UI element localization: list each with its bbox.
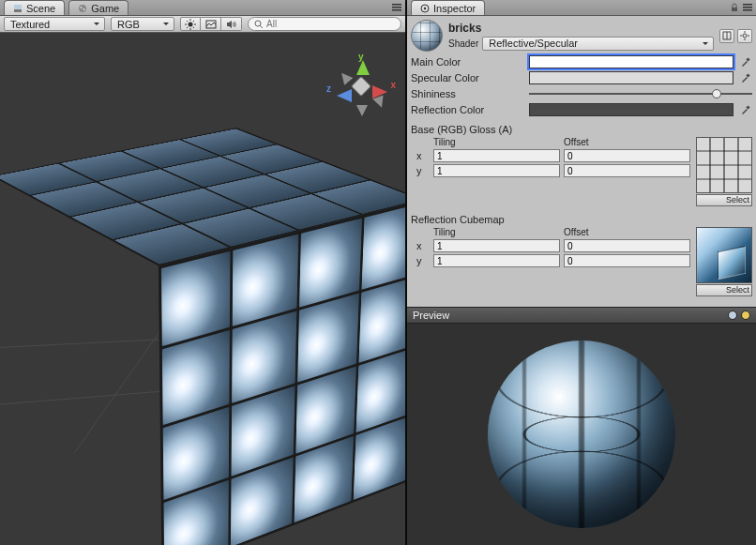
base-tex-title: Base (RGB) Gloss (A)	[411, 124, 752, 135]
scene-tab-menu[interactable]	[392, 0, 401, 15]
shader-value: Reflective/Specular	[489, 38, 578, 49]
cubemap-tiling-y[interactable]	[433, 254, 560, 267]
base-tiling-x[interactable]	[433, 149, 560, 162]
svg-marker-18	[227, 21, 232, 28]
cubemap-y-label: y	[416, 255, 430, 266]
skybox-toggle[interactable]	[201, 17, 221, 31]
svg-rect-42	[746, 105, 749, 109]
svg-point-35	[743, 34, 747, 38]
gizmo-label-x: x	[390, 80, 396, 90]
svg-rect-6	[392, 7, 401, 8]
scene-viewport[interactable]: y x z	[0, 33, 405, 545]
base-tiling-header: Tiling	[433, 137, 560, 147]
material-preview-icon	[411, 20, 443, 52]
svg-rect-41	[746, 73, 749, 77]
preview-warm-dot[interactable]	[741, 310, 750, 320]
cubemap-select[interactable]: Select	[696, 284, 752, 296]
svg-rect-30	[743, 4, 752, 6]
base-tex-select[interactable]: Select	[696, 194, 752, 206]
orientation-gizmo[interactable]: y x z	[328, 53, 394, 119]
gear-icon	[740, 31, 749, 40]
audio-icon	[226, 19, 237, 30]
gizmo-cone-gray[interactable]	[334, 65, 354, 85]
cubemap-section: Tiling Offset x y Select	[411, 227, 752, 296]
specular-color-eyedropper[interactable]	[739, 71, 752, 84]
base-offset-header: Offset	[564, 137, 690, 147]
render-mode-dropdown[interactable]: Textured	[4, 17, 105, 31]
shininess-slider[interactable]	[529, 87, 752, 100]
image-icon	[205, 19, 217, 30]
svg-line-14	[193, 26, 194, 27]
svg-point-19	[255, 21, 261, 26]
svg-line-20	[260, 25, 263, 28]
cubemap-thumbnail[interactable]	[696, 227, 752, 283]
svg-rect-29	[732, 8, 737, 11]
gizmo-center[interactable]	[351, 76, 372, 98]
svg-rect-1	[14, 5, 22, 9]
color-mode-dropdown[interactable]: RGB	[111, 17, 174, 31]
lock-toggle[interactable]	[730, 3, 739, 12]
preview-header: Preview	[407, 307, 756, 324]
specular-color-prop: Specular Color	[411, 71, 752, 84]
audio-toggle[interactable]	[221, 17, 242, 31]
svg-line-15	[187, 26, 188, 27]
inspector-tabbar: Inspector	[407, 0, 756, 16]
scene-pane: Scene Game Textured RGB	[0, 0, 407, 545]
preview-light-dot[interactable]	[728, 310, 737, 320]
reflection-color-eyedropper[interactable]	[739, 103, 752, 116]
base-offset-x[interactable]	[564, 149, 690, 162]
svg-point-4	[83, 8, 85, 10]
svg-line-16	[193, 21, 194, 22]
lock-icon	[730, 3, 739, 12]
svg-rect-5	[392, 4, 401, 6]
svg-line-13	[187, 21, 188, 22]
render-mode-value: Textured	[10, 19, 50, 30]
specular-color-label: Specular Color	[411, 72, 523, 83]
tab-game[interactable]: Game	[68, 0, 129, 15]
scene-toolbar: Textured RGB	[0, 16, 405, 33]
svg-point-2	[79, 5, 86, 12]
inspector-body: bricks Shader Reflective/Specular Main C…	[407, 16, 756, 307]
cubemap-offset-x[interactable]	[564, 239, 690, 252]
shader-label: Shader	[448, 38, 478, 49]
lighting-toggle[interactable]	[180, 17, 201, 31]
shininess-prop: Shininess	[411, 87, 752, 100]
svg-rect-40	[746, 57, 749, 61]
inspector-icon	[420, 4, 430, 13]
tab-scene[interactable]: Scene	[4, 0, 65, 15]
reflection-color-swatch[interactable]	[529, 103, 733, 116]
scene-cube[interactable]	[53, 180, 353, 480]
svg-rect-0	[14, 9, 22, 12]
scene-icon	[13, 4, 23, 13]
cubemap-tiling-x[interactable]	[433, 239, 560, 252]
base-tex-thumbnail[interactable]	[696, 137, 752, 193]
cubemap-tiling-header: Tiling	[433, 227, 560, 237]
gizmo-cone-gray[interactable]	[356, 105, 368, 122]
inspector-tab-menu[interactable]	[743, 3, 752, 12]
base-tiling-y[interactable]	[433, 164, 560, 177]
gizmo-cone-z[interactable]	[330, 89, 352, 102]
specular-color-swatch[interactable]	[529, 71, 733, 84]
help-button[interactable]	[719, 29, 734, 43]
cubemap-x-label: x	[416, 240, 430, 251]
base-offset-y[interactable]	[564, 164, 690, 177]
scene-search-input[interactable]	[266, 19, 395, 29]
eyedropper-icon	[740, 104, 751, 115]
main-color-eyedropper[interactable]	[739, 55, 752, 68]
scene-search[interactable]	[248, 17, 401, 31]
svg-point-3	[81, 7, 83, 8]
game-icon	[78, 4, 87, 13]
main-color-swatch[interactable]	[529, 55, 733, 68]
preview-viewport[interactable]	[407, 324, 756, 545]
book-icon	[722, 31, 732, 40]
sun-icon	[185, 19, 196, 30]
preview-sphere[interactable]	[488, 341, 675, 528]
settings-button[interactable]	[737, 29, 752, 43]
tab-game-label: Game	[91, 3, 119, 14]
base-y-label: y	[416, 165, 430, 176]
main-color-prop: Main Color	[411, 55, 752, 68]
shader-dropdown[interactable]: Reflective/Specular	[482, 37, 714, 51]
tab-inspector[interactable]: Inspector	[411, 0, 485, 15]
cubemap-offset-y[interactable]	[564, 254, 690, 267]
scene-toggle-group	[180, 17, 242, 31]
